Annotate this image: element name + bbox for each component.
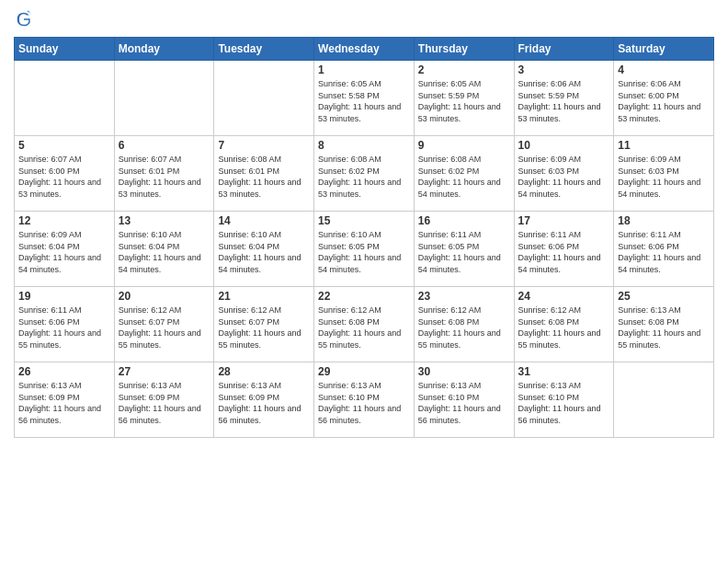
calendar-week-row: 19Sunrise: 6:11 AM Sunset: 6:06 PM Dayli… xyxy=(15,287,714,362)
day-info: Sunrise: 6:13 AM Sunset: 6:09 PM Dayligh… xyxy=(18,380,110,426)
day-number: 15 xyxy=(318,214,410,227)
day-number: 25 xyxy=(618,290,710,303)
day-info: Sunrise: 6:05 AM Sunset: 5:58 PM Dayligh… xyxy=(318,78,410,124)
calendar-cell: 3Sunrise: 6:06 AM Sunset: 5:59 PM Daylig… xyxy=(514,61,614,136)
calendar-cell: 28Sunrise: 6:13 AM Sunset: 6:09 PM Dayli… xyxy=(214,362,314,438)
day-number: 9 xyxy=(418,139,510,152)
calendar-week-row: 12Sunrise: 6:09 AM Sunset: 6:04 PM Dayli… xyxy=(15,212,714,287)
day-info: Sunrise: 6:12 AM Sunset: 6:08 PM Dayligh… xyxy=(518,304,610,350)
day-number: 29 xyxy=(318,365,410,378)
calendar-cell: 24Sunrise: 6:12 AM Sunset: 6:08 PM Dayli… xyxy=(514,287,614,362)
day-number: 22 xyxy=(318,290,410,303)
calendar-cell: 22Sunrise: 6:12 AM Sunset: 6:08 PM Dayli… xyxy=(314,287,415,362)
weekday-header-tuesday: Tuesday xyxy=(214,38,314,61)
calendar-cell: 1Sunrise: 6:05 AM Sunset: 5:58 PM Daylig… xyxy=(314,61,415,136)
logo xyxy=(14,9,38,29)
calendar-cell: 10Sunrise: 6:09 AM Sunset: 6:03 PM Dayli… xyxy=(514,136,614,212)
day-info: Sunrise: 6:11 AM Sunset: 6:06 PM Dayligh… xyxy=(18,304,110,350)
day-number: 3 xyxy=(518,63,610,76)
calendar-cell: 8Sunrise: 6:08 AM Sunset: 6:02 PM Daylig… xyxy=(314,136,415,212)
calendar-cell xyxy=(15,61,115,136)
weekday-header-monday: Monday xyxy=(114,38,214,61)
day-number: 14 xyxy=(218,214,310,227)
day-info: Sunrise: 6:08 AM Sunset: 6:02 PM Dayligh… xyxy=(418,154,510,200)
calendar-cell: 19Sunrise: 6:11 AM Sunset: 6:06 PM Dayli… xyxy=(15,287,115,362)
calendar-cell: 6Sunrise: 6:07 AM Sunset: 6:01 PM Daylig… xyxy=(114,136,214,212)
calendar-cell: 21Sunrise: 6:12 AM Sunset: 6:07 PM Dayli… xyxy=(214,287,314,362)
day-info: Sunrise: 6:05 AM Sunset: 5:59 PM Dayligh… xyxy=(418,78,510,124)
calendar-cell: 4Sunrise: 6:06 AM Sunset: 6:00 PM Daylig… xyxy=(614,61,714,136)
day-info: Sunrise: 6:09 AM Sunset: 6:03 PM Dayligh… xyxy=(518,154,610,200)
day-info: Sunrise: 6:13 AM Sunset: 6:10 PM Dayligh… xyxy=(418,380,510,426)
calendar-cell: 29Sunrise: 6:13 AM Sunset: 6:10 PM Dayli… xyxy=(314,362,415,438)
day-number: 31 xyxy=(518,365,610,378)
weekday-header-wednesday: Wednesday xyxy=(314,38,415,61)
calendar-cell: 7Sunrise: 6:08 AM Sunset: 6:01 PM Daylig… xyxy=(214,136,314,212)
day-info: Sunrise: 6:08 AM Sunset: 6:02 PM Dayligh… xyxy=(318,154,410,200)
day-info: Sunrise: 6:06 AM Sunset: 6:00 PM Dayligh… xyxy=(618,78,710,124)
day-info: Sunrise: 6:13 AM Sunset: 6:09 PM Dayligh… xyxy=(218,380,310,426)
day-number: 10 xyxy=(518,139,610,152)
day-info: Sunrise: 6:07 AM Sunset: 6:01 PM Dayligh… xyxy=(119,154,210,200)
calendar-cell xyxy=(114,61,214,136)
calendar-cell: 14Sunrise: 6:10 AM Sunset: 6:04 PM Dayli… xyxy=(214,212,314,287)
day-number: 12 xyxy=(18,214,110,227)
day-number: 8 xyxy=(318,139,410,152)
day-number: 13 xyxy=(119,214,210,227)
day-info: Sunrise: 6:10 AM Sunset: 6:04 PM Dayligh… xyxy=(218,229,310,275)
day-info: Sunrise: 6:11 AM Sunset: 6:06 PM Dayligh… xyxy=(618,229,710,275)
day-number: 17 xyxy=(518,214,610,227)
day-number: 27 xyxy=(119,365,210,378)
page-container: SundayMondayTuesdayWednesdayThursdayFrid… xyxy=(0,0,728,563)
day-number: 24 xyxy=(518,290,610,303)
calendar-cell: 25Sunrise: 6:13 AM Sunset: 6:08 PM Dayli… xyxy=(614,287,714,362)
calendar-cell: 2Sunrise: 6:05 AM Sunset: 5:59 PM Daylig… xyxy=(414,61,514,136)
day-number: 1 xyxy=(318,63,410,76)
day-number: 2 xyxy=(418,63,510,76)
day-info: Sunrise: 6:08 AM Sunset: 6:01 PM Dayligh… xyxy=(218,154,310,200)
day-info: Sunrise: 6:13 AM Sunset: 6:09 PM Dayligh… xyxy=(119,380,210,426)
day-info: Sunrise: 6:12 AM Sunset: 6:07 PM Dayligh… xyxy=(119,304,210,350)
calendar-table: SundayMondayTuesdayWednesdayThursdayFrid… xyxy=(14,37,714,438)
calendar-cell xyxy=(614,362,714,438)
day-info: Sunrise: 6:10 AM Sunset: 6:04 PM Dayligh… xyxy=(119,229,210,275)
calendar-cell: 16Sunrise: 6:11 AM Sunset: 6:05 PM Dayli… xyxy=(414,212,514,287)
day-info: Sunrise: 6:07 AM Sunset: 6:00 PM Dayligh… xyxy=(18,154,110,200)
weekday-header-friday: Friday xyxy=(514,38,614,61)
day-number: 7 xyxy=(218,139,310,152)
day-number: 16 xyxy=(418,214,510,227)
day-number: 20 xyxy=(119,290,210,303)
day-info: Sunrise: 6:11 AM Sunset: 6:06 PM Dayligh… xyxy=(518,229,610,275)
calendar-cell: 15Sunrise: 6:10 AM Sunset: 6:05 PM Dayli… xyxy=(314,212,415,287)
calendar-week-row: 1Sunrise: 6:05 AM Sunset: 5:58 PM Daylig… xyxy=(15,61,714,136)
day-info: Sunrise: 6:11 AM Sunset: 6:05 PM Dayligh… xyxy=(418,229,510,275)
day-number: 21 xyxy=(218,290,310,303)
day-number: 5 xyxy=(18,139,110,152)
calendar-cell: 27Sunrise: 6:13 AM Sunset: 6:09 PM Dayli… xyxy=(114,362,214,438)
calendar-cell: 30Sunrise: 6:13 AM Sunset: 6:10 PM Dayli… xyxy=(414,362,514,438)
day-info: Sunrise: 6:10 AM Sunset: 6:05 PM Dayligh… xyxy=(318,229,410,275)
day-info: Sunrise: 6:06 AM Sunset: 5:59 PM Dayligh… xyxy=(518,78,610,124)
calendar-cell: 17Sunrise: 6:11 AM Sunset: 6:06 PM Dayli… xyxy=(514,212,614,287)
day-number: 23 xyxy=(418,290,510,303)
day-number: 19 xyxy=(18,290,110,303)
weekday-header-thursday: Thursday xyxy=(414,38,514,61)
day-number: 4 xyxy=(618,63,710,76)
weekday-header-row: SundayMondayTuesdayWednesdayThursdayFrid… xyxy=(15,38,714,61)
calendar-cell: 5Sunrise: 6:07 AM Sunset: 6:00 PM Daylig… xyxy=(15,136,115,212)
calendar-cell: 20Sunrise: 6:12 AM Sunset: 6:07 PM Dayli… xyxy=(114,287,214,362)
calendar-cell: 9Sunrise: 6:08 AM Sunset: 6:02 PM Daylig… xyxy=(414,136,514,212)
calendar-week-row: 5Sunrise: 6:07 AM Sunset: 6:00 PM Daylig… xyxy=(15,136,714,212)
calendar-cell: 31Sunrise: 6:13 AM Sunset: 6:10 PM Dayli… xyxy=(514,362,614,438)
day-info: Sunrise: 6:12 AM Sunset: 6:08 PM Dayligh… xyxy=(318,304,410,350)
weekday-header-saturday: Saturday xyxy=(614,38,714,61)
logo-icon xyxy=(14,9,34,29)
day-number: 26 xyxy=(18,365,110,378)
day-info: Sunrise: 6:12 AM Sunset: 6:07 PM Dayligh… xyxy=(218,304,310,350)
weekday-header-sunday: Sunday xyxy=(15,38,115,61)
day-info: Sunrise: 6:09 AM Sunset: 6:04 PM Dayligh… xyxy=(18,229,110,275)
calendar-cell xyxy=(214,61,314,136)
day-number: 28 xyxy=(218,365,310,378)
calendar-cell: 13Sunrise: 6:10 AM Sunset: 6:04 PM Dayli… xyxy=(114,212,214,287)
calendar-cell: 11Sunrise: 6:09 AM Sunset: 6:03 PM Dayli… xyxy=(614,136,714,212)
